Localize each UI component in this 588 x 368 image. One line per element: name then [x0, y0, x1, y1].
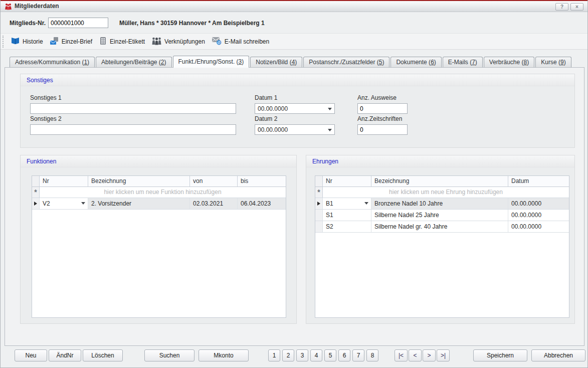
tab-notizen-bild[interactable]: Notizen/Bild (4): [250, 57, 302, 67]
einzel-brief-button[interactable]: Einzel-Brief: [50, 37, 92, 47]
toolbar-grip[interactable]: [3, 36, 4, 48]
funktion-bis-cell[interactable]: 06.04.2023: [238, 198, 286, 209]
ehrung-datum-cell[interactable]: 00.00.0000: [508, 221, 569, 232]
loeschen-button[interactable]: Löschen: [83, 349, 123, 361]
sonstiges2-label: Sonstiges 2: [30, 115, 62, 122]
ehrungen-new-row[interactable]: * hier klicken um neue Ehrung hinzuzufüg…: [315, 187, 569, 198]
funktionen-table: Nr Bezeichnung von bis * hier klicken um…: [32, 175, 286, 318]
sonstiges1-input[interactable]: [30, 103, 236, 114]
member-data-window: Mitgliederdaten ? × Mitglieds-Nr. Müller…: [0, 0, 588, 368]
verknuepfungen-label: Verknüpfungen: [164, 38, 205, 45]
page-button-6[interactable]: 6: [338, 349, 350, 361]
funktionen-table-header: Nr Bezeichnung von bis: [32, 176, 286, 187]
member-no-label: Mitglieds-Nr.: [10, 20, 46, 27]
datum1-combo[interactable]: 00.00.0000: [255, 103, 335, 114]
first-record-button[interactable]: |<: [395, 349, 408, 361]
ehrung-bezeichnung-cell[interactable]: Silberne Nadel 25 Jahre: [371, 210, 508, 221]
page-button-5[interactable]: 5: [324, 349, 336, 361]
funktion-bezeichnung-cell[interactable]: 2. Vorsitzender: [88, 198, 190, 209]
column-header-nr: Nr: [323, 176, 371, 187]
sonstiges-group-title: Sonstiges: [21, 74, 574, 86]
tab-postanschr-zusatzfelder[interactable]: Postanschr./Zusatzfelder (5): [303, 57, 389, 67]
tab-funkt-ehrung-sonst[interactable]: Funkt./Ehrung/Sonst. (3): [173, 56, 250, 68]
ehrung-bezeichnung-cell[interactable]: Bronzene Nadel 10 Jahre: [371, 198, 508, 209]
chevron-down-icon: [364, 202, 368, 205]
row-selector: [32, 198, 40, 209]
member-no-input[interactable]: [48, 18, 108, 28]
tab-abteilungen-beitraege[interactable]: Abteilungen/Beiträge (2): [96, 57, 171, 67]
close-button[interactable]: ×: [570, 3, 583, 11]
einzel-brief-label: Einzel-Brief: [62, 38, 92, 45]
datum2-label: Datum 2: [255, 115, 277, 122]
sonstiges-group: Sonstiges Sonstiges 1 Sonstiges 2 Datum …: [20, 74, 575, 148]
funktionen-table-empty-area[interactable]: [32, 210, 286, 317]
tab-dokumente[interactable]: Dokumente (6): [390, 57, 441, 67]
mkonto-button[interactable]: Mkonto: [199, 349, 249, 361]
page-button-8[interactable]: 8: [366, 349, 378, 361]
ehrungen-table-empty-area[interactable]: [315, 233, 569, 317]
funktion-nr-combo[interactable]: V2: [40, 198, 88, 209]
ehrungen-group-title: Ehrungen: [306, 155, 574, 167]
ehrung-nr-combo[interactable]: B1: [323, 198, 371, 209]
current-row-arrow-icon: [34, 202, 37, 206]
ehrung-nr-cell[interactable]: S2: [323, 221, 371, 232]
tab-content-panel: Sonstiges Sonstiges 1 Sonstiges 2 Datum …: [5, 67, 584, 346]
members-app-icon: [5, 3, 12, 12]
svg-text:@: @: [217, 40, 221, 45]
chevron-down-icon: [328, 129, 332, 131]
ehrung-datum-cell[interactable]: 00.00.0000: [508, 210, 569, 221]
email-schreiben-button[interactable]: @ E-Mail schreiben: [212, 36, 269, 47]
next-record-button[interactable]: >: [423, 349, 436, 361]
member-summary: Müller, Hans * 30159 Hannover * Am Beisp…: [119, 20, 265, 27]
previous-record-button[interactable]: <: [409, 349, 422, 361]
ehrungen-table: Nr Bezeichnung Datum * hier klicken um n…: [315, 175, 569, 318]
sonstiges1-label: Sonstiges 1: [30, 94, 62, 101]
funktion-von-cell[interactable]: 02.03.2021: [190, 198, 238, 209]
aendnr-button[interactable]: ÄndNr: [49, 349, 81, 361]
tab-emails[interactable]: E-Mails (7): [443, 57, 483, 67]
titlebar[interactable]: Mitgliederdaten ? ×: [1, 1, 587, 12]
ehrung-bezeichnung-cell[interactable]: Silberne Nadel gr. 40 Jahre: [371, 221, 508, 232]
abbrechen-button[interactable]: Abbrechen: [531, 349, 585, 361]
suchen-button[interactable]: Suchen: [144, 349, 194, 361]
anz-ausweise-label: Anz. Ausweise: [357, 94, 397, 101]
ehrung-nr-cell[interactable]: S1: [323, 210, 371, 221]
funktionen-new-row[interactable]: * hier klicken um neue Funktion hinzuzuf…: [32, 187, 286, 198]
help-button[interactable]: ?: [555, 3, 568, 11]
anz-ausweise-input[interactable]: [357, 103, 408, 114]
historie-button[interactable]: Historie: [11, 37, 43, 47]
column-header-bezeichnung: Bezeichnung: [88, 176, 190, 187]
column-header-datum: Datum: [508, 176, 569, 187]
new-row-marker-icon: *: [315, 187, 323, 198]
tab-verbraeuche[interactable]: Verbräuche (8): [484, 57, 534, 67]
ehrungen-row-s2[interactable]: S2 Silberne Nadel gr. 40 Jahre 00.00.000…: [315, 221, 569, 233]
page-button-2[interactable]: 2: [282, 349, 294, 361]
anz-zeitschriften-input[interactable]: [357, 124, 408, 135]
tabstrip: Adresse/Kommunikation (1) Abteilungen/Be…: [10, 56, 572, 67]
current-row-arrow-icon: [317, 202, 320, 206]
ehrung-datum-cell[interactable]: 00.00.0000: [508, 198, 569, 209]
page-button-1[interactable]: 1: [268, 349, 280, 361]
verknuepfungen-button[interactable]: Verknüpfungen: [151, 37, 205, 47]
ehrungen-row-s1[interactable]: S1 Silberne Nadel 25 Jahre 00.00.0000: [315, 210, 569, 221]
tab-kurse[interactable]: Kurse (9): [535, 57, 571, 67]
column-header-von: von: [190, 176, 238, 187]
email-schreiben-label: E-Mail schreiben: [225, 38, 269, 45]
datum1-label: Datum 1: [255, 94, 277, 101]
column-header-bezeichnung: Bezeichnung: [371, 176, 508, 187]
last-record-button[interactable]: >|: [437, 349, 450, 361]
tab-adresse-kommunikation[interactable]: Adresse/Kommunikation (1): [10, 57, 95, 67]
ehrungen-new-row-hint: hier klicken um neue Ehrung hinzuzufügen: [323, 187, 569, 198]
column-header-bis: bis: [238, 176, 286, 187]
page-button-3[interactable]: 3: [296, 349, 308, 361]
page-button-4[interactable]: 4: [310, 349, 322, 361]
speichern-button[interactable]: Speichern: [473, 349, 527, 361]
datum2-combo[interactable]: 00.00.0000: [255, 124, 335, 135]
page-button-7[interactable]: 7: [352, 349, 364, 361]
einzel-etikett-button[interactable]: Einzel-Etikett: [99, 37, 145, 47]
sonstiges2-input[interactable]: [30, 124, 236, 135]
ehrungen-row-b1[interactable]: B1 Bronzene Nadel 10 Jahre 00.00.0000: [315, 198, 569, 210]
neu-button[interactable]: Neu: [15, 349, 47, 361]
funktionen-row-v2[interactable]: V2 2. Vorsitzender 02.03.2021 06.04.2023: [32, 198, 286, 210]
anz-zeitschriften-label: Anz.Zeitschriften: [357, 115, 402, 122]
